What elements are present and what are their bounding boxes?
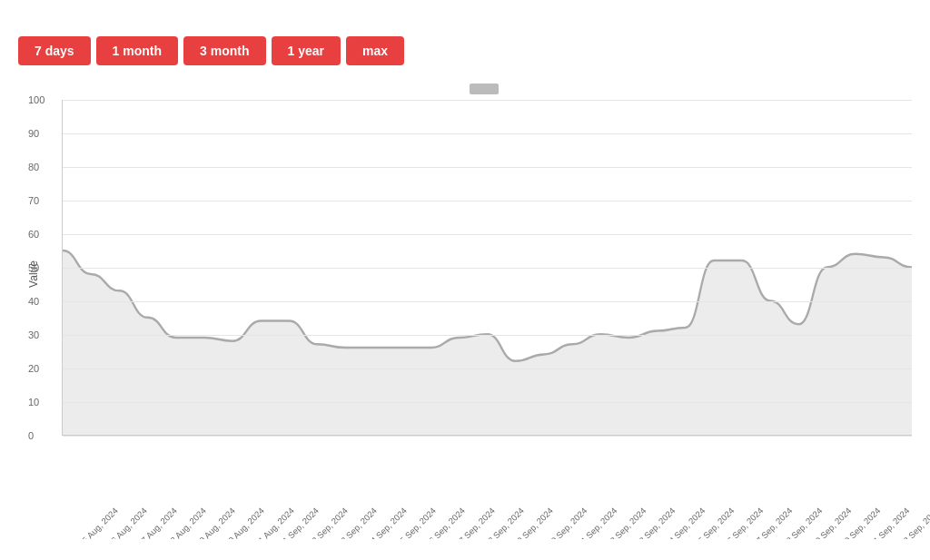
y-tick-label-90: 90 bbox=[28, 128, 39, 139]
gridline-70 bbox=[63, 201, 912, 201]
y-tick-label-30: 30 bbox=[28, 329, 39, 340]
gridline-30 bbox=[63, 335, 912, 336]
x-axis-labels: 25 Aug, 202426 Aug, 202427 Aug, 202428 A… bbox=[62, 436, 912, 516]
legend-swatch bbox=[470, 84, 499, 94]
gridline-50 bbox=[63, 268, 912, 269]
time-range-btn-3-month[interactable]: 3 month bbox=[183, 36, 265, 65]
gridline-60 bbox=[63, 234, 912, 235]
time-range-btn-7-days[interactable]: 7 days bbox=[18, 36, 91, 65]
y-tick-label-60: 60 bbox=[28, 229, 39, 240]
time-range-buttons: 7 days1 month3 month1 yearmax bbox=[18, 36, 912, 65]
gridline-20 bbox=[63, 368, 912, 369]
time-range-btn-max[interactable]: max bbox=[346, 36, 404, 65]
y-tick-label-20: 20 bbox=[28, 363, 39, 374]
time-range-btn-1-month[interactable]: 1 month bbox=[96, 36, 178, 65]
time-range-btn-1-year[interactable]: 1 year bbox=[272, 36, 341, 65]
gridline-80 bbox=[63, 167, 912, 168]
gridline-100 bbox=[63, 100, 912, 101]
y-tick-label-70: 70 bbox=[28, 195, 39, 206]
y-tick-label-100: 100 bbox=[28, 94, 45, 105]
chart-area: 0102030405060708090100 bbox=[62, 100, 912, 436]
gridline-40 bbox=[63, 301, 912, 302]
gridline-90 bbox=[63, 133, 912, 134]
y-tick-label-40: 40 bbox=[28, 296, 39, 307]
y-tick-label-80: 80 bbox=[28, 162, 39, 172]
chart-container: Value 0102030405060708090100 25 Aug, 202… bbox=[18, 84, 912, 517]
chart-legend bbox=[62, 84, 912, 94]
y-tick-label-50: 50 bbox=[28, 262, 39, 273]
gridline-10 bbox=[63, 402, 912, 403]
y-tick-label-10: 10 bbox=[28, 397, 39, 408]
y-tick-label-0: 0 bbox=[28, 430, 34, 441]
